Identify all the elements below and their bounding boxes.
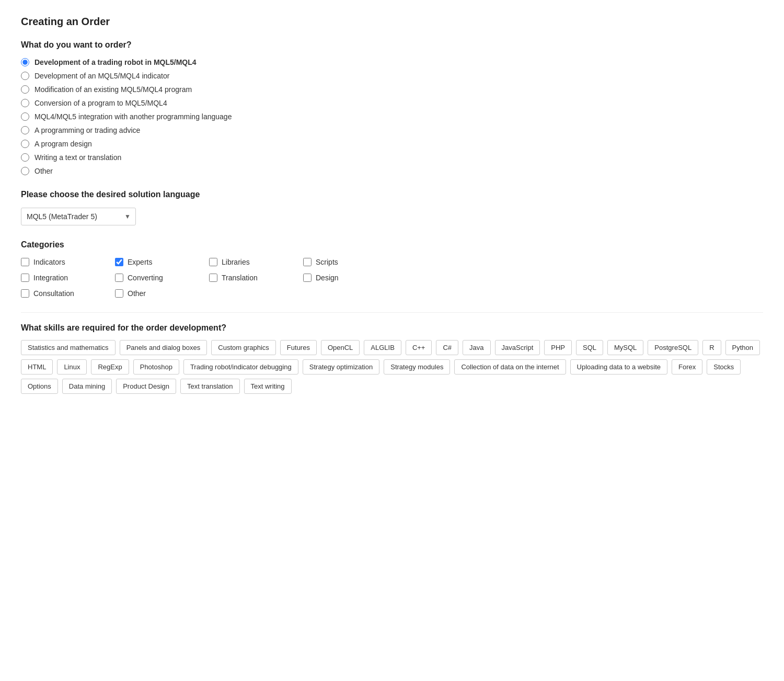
skill-tag-19[interactable]: RegExp xyxy=(91,359,129,374)
category-checkbox-4[interactable] xyxy=(303,258,312,266)
skill-tag-4[interactable]: Futures xyxy=(280,340,317,355)
order-type-label-2: Development of an MQL5/MQL4 indicator xyxy=(34,72,169,80)
order-type-label-1: Development of a trading robot in MQL5/M… xyxy=(34,58,197,66)
skill-tag-24[interactable]: Collection of data on the internet xyxy=(454,359,566,374)
category-item-8[interactable]: Design xyxy=(303,274,397,282)
categories-grid: IndicatorsExpertsLibrariesScriptsIntegra… xyxy=(21,258,763,298)
skill-tag-3[interactable]: Custom graphics xyxy=(211,340,276,355)
category-label-6: Converting xyxy=(128,274,163,282)
category-checkbox-2[interactable] xyxy=(115,258,123,266)
category-item-1[interactable]: Indicators xyxy=(21,258,115,266)
order-type-radio-4[interactable] xyxy=(21,99,29,107)
category-checkbox-1[interactable] xyxy=(21,258,29,266)
order-type-option-6[interactable]: A programming or trading advice xyxy=(21,126,763,134)
skill-tag-2[interactable]: Panels and dialog boxes xyxy=(120,340,207,355)
skill-tag-5[interactable]: OpenCL xyxy=(321,340,360,355)
category-item-3[interactable]: Libraries xyxy=(209,258,303,266)
skill-tag-27[interactable]: Stocks xyxy=(707,359,741,374)
skill-tag-12[interactable]: SQL xyxy=(576,340,603,355)
skill-tag-15[interactable]: R xyxy=(702,340,721,355)
order-type-label-5: MQL4/MQL5 integration with another progr… xyxy=(34,112,232,121)
skills-tags-container: Statistics and mathematicsPanels and dia… xyxy=(21,340,763,394)
skill-tag-23[interactable]: Strategy modules xyxy=(384,359,450,374)
category-checkbox-7[interactable] xyxy=(209,274,217,282)
skill-tag-31[interactable]: Text translation xyxy=(180,379,239,394)
order-type-option-8[interactable]: Writing a text or translation xyxy=(21,153,763,162)
order-type-option-5[interactable]: MQL4/MQL5 integration with another progr… xyxy=(21,112,763,121)
skill-tag-18[interactable]: Linux xyxy=(57,359,87,374)
skill-tag-7[interactable]: C++ xyxy=(406,340,432,355)
skill-tag-17[interactable]: HTML xyxy=(21,359,53,374)
order-type-radio-1[interactable] xyxy=(21,58,29,66)
category-label-2: Experts xyxy=(128,258,152,266)
category-item-4[interactable]: Scripts xyxy=(303,258,397,266)
category-label-1: Indicators xyxy=(33,258,65,266)
order-type-radio-3[interactable] xyxy=(21,85,29,94)
skill-tag-32[interactable]: Text writing xyxy=(244,379,292,394)
order-type-option-4[interactable]: Conversion of a program to MQL5/MQL4 xyxy=(21,99,763,107)
skill-tag-16[interactable]: Python xyxy=(725,340,760,355)
skill-tag-20[interactable]: Photoshop xyxy=(133,359,179,374)
order-type-label-3: Modification of an existing MQL5/MQL4 pr… xyxy=(34,85,192,94)
skill-tag-30[interactable]: Product Design xyxy=(116,379,176,394)
category-label-7: Translation xyxy=(222,274,258,282)
order-type-label-6: A programming or trading advice xyxy=(34,126,140,134)
skill-tag-13[interactable]: MySQL xyxy=(607,340,643,355)
skill-tag-9[interactable]: Java xyxy=(463,340,490,355)
skills-section: What skills are required for the order d… xyxy=(21,323,763,394)
skill-tag-28[interactable]: Options xyxy=(21,379,58,394)
skill-tag-8[interactable]: C# xyxy=(436,340,458,355)
page-title: Creating an Order xyxy=(21,16,763,28)
skill-tag-21[interactable]: Trading robot/indicator debugging xyxy=(183,359,298,374)
category-checkbox-9[interactable] xyxy=(21,289,29,298)
category-item-9[interactable]: Consultation xyxy=(21,289,115,298)
order-type-radio-7[interactable] xyxy=(21,140,29,148)
section-divider xyxy=(21,312,763,313)
order-type-radio-8[interactable] xyxy=(21,153,29,162)
solution-language-select[interactable]: MQL5 (MetaTrader 5)MQL4 (MetaTrader 4)An… xyxy=(21,208,136,225)
category-checkbox-10[interactable] xyxy=(115,289,123,298)
skill-tag-25[interactable]: Uploading data to a website xyxy=(570,359,667,374)
category-item-10[interactable]: Other xyxy=(115,289,209,298)
skill-tag-14[interactable]: PostgreSQL xyxy=(648,340,698,355)
skill-tag-11[interactable]: PHP xyxy=(544,340,572,355)
order-type-label-7: A program design xyxy=(34,140,92,148)
order-type-section: What do you want to order? Development o… xyxy=(21,40,763,175)
order-type-option-7[interactable]: A program design xyxy=(21,140,763,148)
category-item-2[interactable]: Experts xyxy=(115,258,209,266)
skills-heading: What skills are required for the order d… xyxy=(21,323,763,333)
skill-tag-22[interactable]: Strategy optimization xyxy=(303,359,379,374)
skill-tag-10[interactable]: JavaScript xyxy=(495,340,540,355)
category-checkbox-3[interactable] xyxy=(209,258,217,266)
order-type-option-2[interactable]: Development of an MQL5/MQL4 indicator xyxy=(21,72,763,80)
order-type-option-9[interactable]: Other xyxy=(21,167,763,175)
order-type-label-4: Conversion of a program to MQL5/MQL4 xyxy=(34,99,167,107)
order-type-radio-6[interactable] xyxy=(21,126,29,134)
categories-heading: Categories xyxy=(21,240,763,249)
category-label-10: Other xyxy=(128,289,146,298)
category-item-5[interactable]: Integration xyxy=(21,274,115,282)
skill-tag-6[interactable]: ALGLIB xyxy=(364,340,401,355)
category-item-7[interactable]: Translation xyxy=(209,274,303,282)
order-type-option-1[interactable]: Development of a trading robot in MQL5/M… xyxy=(21,58,763,66)
category-label-5: Integration xyxy=(33,274,68,282)
category-label-3: Libraries xyxy=(222,258,250,266)
order-type-radio-5[interactable] xyxy=(21,112,29,121)
category-item-6[interactable]: Converting xyxy=(115,274,209,282)
skill-tag-29[interactable]: Data mining xyxy=(62,379,112,394)
skill-tag-1[interactable]: Statistics and mathematics xyxy=(21,340,116,355)
order-type-label-9: Other xyxy=(34,167,53,175)
category-checkbox-6[interactable] xyxy=(115,274,123,282)
order-type-radio-9[interactable] xyxy=(21,167,29,175)
categories-section: Categories IndicatorsExpertsLibrariesScr… xyxy=(21,240,763,298)
category-label-4: Scripts xyxy=(316,258,338,266)
category-label-8: Design xyxy=(316,274,339,282)
order-type-heading: What do you want to order? xyxy=(21,40,763,50)
order-type-radio-2[interactable] xyxy=(21,72,29,80)
solution-language-select-wrapper[interactable]: MQL5 (MetaTrader 5)MQL4 (MetaTrader 4)An… xyxy=(21,208,136,225)
solution-language-section: Please choose the desired solution langu… xyxy=(21,190,763,225)
category-checkbox-8[interactable] xyxy=(303,274,312,282)
skill-tag-26[interactable]: Forex xyxy=(672,359,702,374)
order-type-option-3[interactable]: Modification of an existing MQL5/MQL4 pr… xyxy=(21,85,763,94)
category-checkbox-5[interactable] xyxy=(21,274,29,282)
